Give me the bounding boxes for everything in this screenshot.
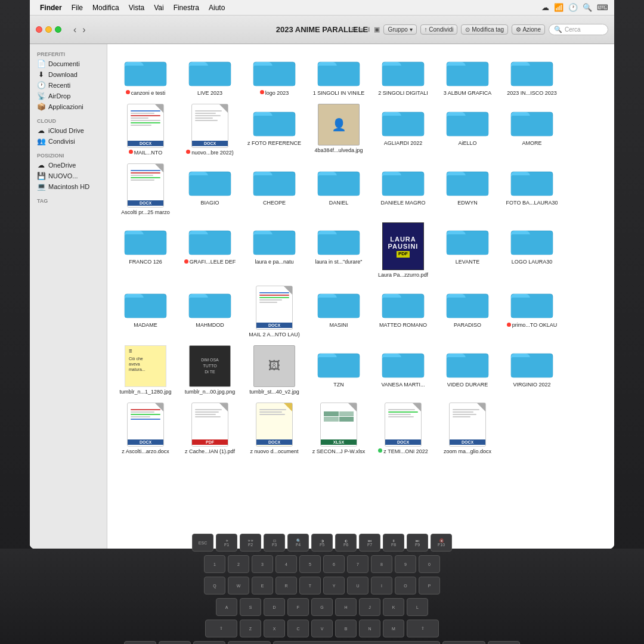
file-item[interactable]: VIDEO DURARE — [435, 342, 500, 399]
key-esc[interactable]: ESC — [192, 534, 213, 552]
key-f8[interactable]: ⏸F8 — [383, 534, 404, 552]
key-x[interactable]: X — [264, 620, 285, 637]
key-z[interactable]: Z — [240, 620, 261, 637]
key-option-right[interactable]: ⌥ — [488, 641, 520, 644]
file-item[interactable]: LIVE 2023 — [178, 50, 242, 100]
file-item[interactable]: DOCX Ascolti pr...25 marzo — [113, 160, 178, 219]
key-option[interactable]: ⌥ — [193, 641, 225, 644]
sidebar-item-download[interactable]: ⬇ Download — [30, 69, 107, 80]
search-box[interactable]: 🔍 Cerca — [549, 24, 608, 35]
key-f9[interactable]: ⏭F9 — [407, 534, 428, 552]
key-m[interactable]: M — [383, 620, 404, 637]
key-5[interactable]: 5 — [299, 555, 321, 573]
key-v[interactable]: V — [311, 620, 333, 637]
file-item[interactable]: LAURA PAUSINI PDF Laura Pa...zzurro.pdf — [371, 219, 435, 282]
key-f7[interactable]: ⏮F7 — [359, 534, 380, 552]
file-item[interactable]: XLSX z SECON...J P-W.xlsx — [306, 399, 371, 459]
file-item[interactable]: DOCX MAIL 2 A...NTO LAU) — [242, 282, 306, 342]
file-item[interactable]: DOCX zoom ma...glio.docx — [435, 399, 500, 459]
key-8[interactable]: 8 — [371, 555, 392, 573]
key-a[interactable]: A — [216, 598, 237, 616]
sidebar-item-icloud[interactable]: ☁ iCloud Drive — [30, 125, 107, 136]
key-3[interactable]: 3 — [252, 555, 273, 573]
key-0[interactable]: 0 — [419, 555, 440, 573]
sidebar-item-macintosh[interactable]: 💻 Macintosh HD — [30, 181, 107, 192]
key-o[interactable]: O — [395, 577, 416, 595]
file-item[interactable]: canzoni e testi — [113, 50, 178, 100]
key-space[interactable] — [273, 641, 440, 644]
minimize-button[interactable] — [45, 26, 52, 33]
group-button[interactable]: Gruppo ▾ — [383, 24, 416, 35]
key-b[interactable]: B — [335, 620, 357, 637]
menu-modifica[interactable]: Modifica — [88, 2, 123, 13]
key-f[interactable]: F — [287, 598, 309, 616]
key-e[interactable]: E — [252, 577, 273, 595]
key-n[interactable]: N — [359, 620, 380, 637]
file-item[interactable]: PARADISO — [435, 282, 500, 342]
file-item[interactable]: LEVANTE — [435, 219, 500, 282]
file-item[interactable]: 🖼 tumblr_st...40_v2.jpg — [242, 342, 306, 399]
file-item[interactable]: AGLIARDI 2022 — [371, 100, 435, 160]
sidebar-item-documenti[interactable]: 📄 Documenti — [30, 58, 107, 69]
file-item[interactable]: DANIEL — [306, 160, 371, 219]
file-item[interactable]: VIRGINIO 2022 — [500, 342, 564, 399]
key-f1[interactable]: ☀F1 — [216, 534, 237, 552]
sidebar-item-condivisi[interactable]: 👥 Condivisi — [30, 136, 107, 147]
key-i[interactable]: I — [371, 577, 392, 595]
key-f4[interactable]: 🔍F4 — [287, 534, 309, 552]
file-item[interactable]: 3 ALBUM GRAFICA — [435, 50, 500, 100]
file-item[interactable]: MAHMDOD — [178, 282, 242, 342]
file-item[interactable]: DIM OSATUTTODi TE tumblr_n...00.jpg.png — [178, 342, 242, 399]
file-item[interactable]: logo 2023 — [242, 50, 306, 100]
key-cmd-right[interactable]: ⌘ — [442, 641, 485, 644]
menu-finestra[interactable]: Finestra — [169, 2, 203, 13]
sidebar-item-onedrive[interactable]: ☁ OneDrive — [30, 160, 107, 171]
file-item[interactable]: TZN — [306, 342, 371, 399]
key-j[interactable]: J — [359, 598, 380, 616]
menu-finder[interactable]: Finder — [36, 2, 66, 13]
key-p[interactable]: P — [419, 577, 440, 595]
file-item[interactable]: DOCX z TEMI...ONI 2022 — [371, 399, 435, 459]
key-4[interactable]: 4 — [275, 555, 297, 573]
sidebar-item-nuovo[interactable]: 💾 NUOVO... — [30, 171, 107, 181]
file-item[interactable]: EDWYN — [435, 160, 500, 219]
key-s[interactable]: S — [240, 598, 261, 616]
file-item[interactable]: MATTEO ROMANO — [371, 282, 435, 342]
key-2[interactable]: 2 — [228, 555, 249, 573]
file-item[interactable]: 2 SINGOLI DIGITALI — [371, 50, 435, 100]
key-6[interactable]: 6 — [323, 555, 345, 573]
key-f3[interactable]: ⊡F3 — [264, 534, 285, 552]
key-k[interactable]: K — [383, 598, 404, 616]
key-7[interactable]: 7 — [347, 555, 369, 573]
key-c[interactable]: C — [287, 620, 309, 637]
file-item[interactable]: AiELLO — [435, 100, 500, 160]
tag-button[interactable]: ⊙ Modifica tag — [461, 24, 508, 35]
key-w[interactable]: W — [228, 577, 249, 595]
key-y[interactable]: Y — [323, 577, 345, 595]
file-item[interactable]: BIAGIO — [178, 160, 242, 219]
file-item[interactable]: 1 SINGOLI IN VINILE — [306, 50, 371, 100]
file-item[interactable]: 2023 IN...ISCO 2023 — [500, 50, 564, 100]
key-t[interactable]: T — [299, 577, 321, 595]
file-item[interactable]: FRANCO 126 — [113, 219, 178, 282]
key-f10[interactable]: 🔇F10 — [431, 534, 452, 552]
key-g[interactable]: G — [311, 598, 333, 616]
file-item[interactable]: MADAME — [113, 282, 178, 342]
key-h[interactable]: H — [335, 598, 357, 616]
file-item[interactable]: DOCX z Ascolti...arzo.docx — [113, 399, 178, 459]
menu-vista[interactable]: Vista — [125, 2, 148, 13]
file-item[interactable]: ☰ Ciò che aveva matura... tumblr_n...1_1… — [113, 342, 178, 399]
key-d[interactable]: D — [264, 598, 285, 616]
file-item[interactable]: PDF z Cache...IAN (1).pdf — [178, 399, 242, 459]
file-item[interactable]: 👤 4ba384f...ulveda.jpg — [306, 100, 371, 160]
file-item[interactable]: FOTO BA...LAURA30 — [500, 160, 564, 219]
sidebar-item-airdrop[interactable]: 📡 AirDrop — [30, 91, 107, 101]
back-button[interactable]: ‹ — [71, 23, 79, 36]
file-item[interactable]: GRAFI...LELE DEF — [178, 219, 242, 282]
close-button[interactable] — [36, 26, 42, 33]
key-1[interactable]: 1 — [204, 555, 225, 573]
key-shift-left[interactable]: ⇧ — [205, 620, 237, 637]
file-item[interactable]: z FOTO REFERENCE — [242, 100, 306, 160]
menu-file[interactable]: File — [67, 2, 87, 13]
key-f2[interactable]: ☀☀F2 — [240, 534, 261, 552]
